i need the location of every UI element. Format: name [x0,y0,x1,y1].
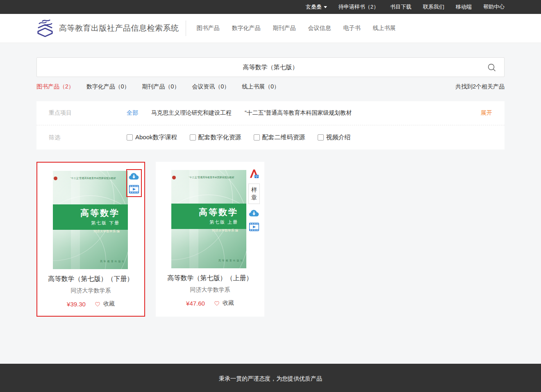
heart-outline-icon [213,299,220,307]
product-list: “十二五”普通高等教育本科国家级规划教材 高等数学 第七版 下册 同济大学数学系… [36,162,505,317]
card-icon-column [126,169,142,197]
filter-option-all[interactable]: 全部 [127,109,138,117]
video-play-icon[interactable] [249,222,259,232]
nav-online-book-fair[interactable]: 线上书展 [373,25,396,32]
nav-book-products[interactable]: 图书产品 [197,25,220,32]
username: 玄桑桑 [306,3,322,11]
result-tabs: 图书产品（2） 数字化产品（0） 期刊产品（0） 会议资讯（0） 线上书展（0）… [36,83,505,91]
tab-journal-products[interactable]: 期刊产品（0） [142,83,180,91]
product-title[interactable]: 高等数学（第七版）（下册） [37,275,144,283]
filter-option-marxism-project[interactable]: 马克思主义理论研究和建设工程 [151,109,232,117]
result-count: 共找到2个相关产品 [455,83,505,91]
topbar-item-catalog-download[interactable]: 书目下载 [390,3,411,11]
video-intro-checkbox[interactable] [318,134,324,140]
sift-label: 筛选 [49,134,127,141]
product-title[interactable]: 高等数学（第七版）（上册） [156,274,264,283]
cover-series-line: “十二五”普通高等教育本科国家级规划教材 [53,176,128,181]
checkbox-digital-resources[interactable]: 配套数字化资源 [190,134,241,141]
expand-button[interactable]: 展开 [481,109,492,117]
tab-book-products[interactable]: 图书产品（2） [36,83,74,91]
key-project-row: 重点项目 全部 马克思主义理论研究和建设工程 “十二五”普通高等教育本科国家级规… [36,101,505,125]
search-icon[interactable] [487,63,497,73]
product-price: ¥47.60 [186,300,205,307]
product-card-volume1[interactable]: “十二五”普通高等教育本科国家级规划教材 高等数学 第七版 上册 同济大学数学系… [156,162,264,317]
key-project-label: 重点项目 [49,109,127,117]
series-badge-icon [172,176,176,179]
press-logo-icon[interactable] [36,18,54,38]
filter-panel: 重点项目 全部 马克思主义理论研究和建设工程 “十二五”普通高等教育本科国家级规… [36,101,505,150]
filter-option-125-plan-textbook[interactable]: “十二五”普通高等教育本科国家级规划教材 [245,109,352,117]
series-badge-icon [54,177,57,180]
book-cover-volume1[interactable]: “十二五”普通高等教育本科国家级规划教材 高等数学 第七版 上册 同济大学数学系… [171,170,246,268]
sift-row: 筛选 Abook数字课程 配套数字化资源 配套二维码资源 [36,125,505,150]
tab-online-book-fair[interactable]: 线上书展（0） [242,83,280,91]
nav-conference-info[interactable]: 会议信息 [308,25,331,32]
cover-title-band: 高等数学 第七版 上册 同济大学数学系 编 [171,204,246,229]
search-bar [36,57,505,77]
annotation-highlight-box [126,169,142,197]
book-cover-volume2[interactable]: “十二五”普通高等教育本科国家级规划教材 高等数学 第七版 下册 同济大学数学系… [53,171,128,269]
site-title: 高等教育出版社产品信息检索系统 [59,23,179,34]
user-menu[interactable]: 玄桑桑 [306,3,327,11]
sample-chapter-button[interactable]: 样章 [248,184,260,204]
topbar-item-help-center[interactable]: 帮助中心 [483,3,505,11]
cloud-download-icon[interactable] [248,208,260,217]
nav-digital-products[interactable]: 数字化产品 [232,25,261,32]
price-row: ¥39.30 收藏 [37,300,144,308]
main-nav: 图书产品 数字化产品 期刊产品 会议信息 电子书 线上书展 [197,25,396,32]
cover-series-line: “十二五”普通高等教育本科国家级规划教材 [171,175,246,180]
abook-course-checkbox[interactable] [127,134,133,140]
search-input[interactable] [37,58,504,77]
nav-journal-products[interactable]: 期刊产品 [273,25,296,32]
favorite-button[interactable]: 收藏 [94,300,115,308]
price-row: ¥47.60 收藏 [156,299,264,307]
nav-ebook[interactable]: 电子书 [343,25,361,32]
topbar-item-mobile[interactable]: 移动端 [456,3,472,11]
topbar-item-sample-requests[interactable]: 待申请样书（2） [339,3,379,11]
digital-resources-checkbox[interactable] [190,134,196,140]
header-divider [186,20,186,36]
product-card-volume2[interactable]: “十二五”普通高等教育本科国家级规划教材 高等数学 第七版 下册 同济大学数学系… [36,162,145,317]
tab-conference-news[interactable]: 会议资讯（0） [192,83,230,91]
favorite-button[interactable]: 收藏 [213,299,234,307]
qrcode-resources-checkbox[interactable] [254,134,260,140]
video-play-icon[interactable] [129,184,139,195]
product-price: ¥39.30 [67,301,86,308]
product-author: 同济大学数学系 [37,287,144,295]
card-icon-column: 样章 [246,168,262,232]
topbar-item-contact-us[interactable]: 联系我们 [423,3,444,11]
heart-outline-icon [94,300,101,308]
footer: 秉承一贯的严谨态度，为您提供优质产品 [0,364,541,392]
tab-digital-products[interactable]: 数字化产品（0） [86,83,130,91]
checkbox-video-intro[interactable]: 视频介绍 [318,134,351,141]
main-content: 图书产品（2） 数字化产品（0） 期刊产品（0） 会议资讯（0） 线上书展（0）… [0,43,541,364]
footer-slogan: 秉承一贯的严谨态度，为您提供优质产品 [0,375,541,383]
topbar: 玄桑桑 待申请样书（2） 书目下载 联系我们 移动端 帮助中心 [0,0,541,14]
abook-course-icon[interactable] [249,168,259,179]
header: 高等教育出版社产品信息检索系统 图书产品 数字化产品 期刊产品 会议信息 电子书… [0,14,541,43]
cloud-download-icon[interactable] [128,172,140,180]
product-author: 同济大学数学系 [156,286,264,294]
checkbox-abook-course[interactable]: Abook数字课程 [127,134,177,141]
cover-title-band: 高等数学 第七版 下册 同济大学数学系 编 [53,204,128,230]
chevron-down-icon [324,6,327,8]
checkbox-qrcode-resources[interactable]: 配套二维码资源 [254,134,305,141]
